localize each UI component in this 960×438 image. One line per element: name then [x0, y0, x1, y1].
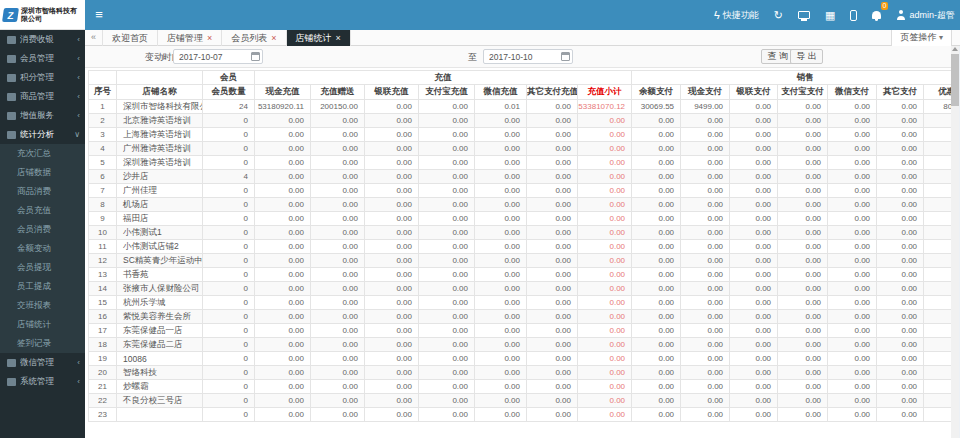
cell-value: 0.00	[778, 170, 828, 184]
stats-icon	[7, 131, 16, 139]
cell-value: 0.00	[632, 324, 681, 338]
cell-value: 0.00	[365, 394, 419, 408]
sidebar-subitem-会员提现[interactable]: 会员提现	[0, 258, 85, 277]
cell-value: 0.00	[730, 310, 778, 324]
table-row: 6沙井店40.000.000.000.000.000.000.000.000.0…	[89, 170, 952, 184]
sidebar-subitem-商品消费[interactable]: 商品消费	[0, 182, 85, 201]
cell-value: 0.00	[419, 338, 475, 352]
refresh-button[interactable]: ↻	[774, 0, 783, 30]
cell-value: 0.00	[730, 338, 778, 352]
cell-value: 0.00	[828, 408, 877, 422]
cell-value: 0.00	[924, 156, 951, 170]
search-button[interactable]: 查 询	[761, 49, 794, 64]
cell-value: 0.00	[311, 296, 365, 310]
calendar-icon[interactable]	[561, 52, 570, 61]
cell-value: 0.00	[419, 254, 475, 268]
sidebar-item-微信管理[interactable]: 微信管理‹	[0, 353, 85, 372]
cell-value: 0.00	[877, 394, 924, 408]
cell-value: 0.00	[578, 240, 632, 254]
tab-label: 会员列表	[231, 30, 267, 46]
sidebar-subitem-金额变动[interactable]: 金额变动	[0, 239, 85, 258]
tab-欢迎首页[interactable]: 欢迎首页	[103, 30, 158, 46]
cell-value: 0.00	[778, 380, 828, 394]
cell-value: 0.00	[365, 128, 419, 142]
cell-index: 5	[89, 156, 117, 170]
cell-value: 0.00	[877, 142, 924, 156]
tab-店铺管理[interactable]: 店铺管理×	[158, 30, 222, 46]
export-button[interactable]: 导 出	[790, 49, 823, 64]
cell-store-name: 广州佳理	[117, 184, 203, 198]
cell-store-name: 小伟测试店铺2	[117, 240, 203, 254]
date-to-input[interactable]	[483, 49, 573, 64]
cell-value: 0.00	[877, 408, 924, 422]
cell-value: 0.00	[365, 254, 419, 268]
cell-value: 0.00	[877, 282, 924, 296]
date-from-input[interactable]	[173, 49, 263, 64]
sidebar-item-积分管理[interactable]: 积分管理‹	[0, 68, 85, 87]
user-menu[interactable]: admin-超管	[896, 0, 955, 30]
sidebar-subitem-店铺数据[interactable]: 店铺数据	[0, 163, 85, 182]
hamburger-icon[interactable]: ≡	[85, 0, 113, 30]
close-icon[interactable]: ×	[336, 30, 341, 46]
cell-value: 0.00	[924, 310, 951, 324]
cell-value: 0.00	[419, 408, 475, 422]
table-row: 20智络科技00.000.000.000.000.000.000.000.000…	[89, 366, 952, 380]
cell-value: 0.00	[632, 380, 681, 394]
quick-functions-button[interactable]: ϟ 快捷功能	[714, 0, 759, 30]
sidebar-item-消费收银[interactable]: 消费收银‹	[0, 30, 85, 49]
cell-value: 0.00	[527, 282, 578, 296]
stats-table-wrap: 会员充值销售序号店铺名称会员数量现金充值充值赠送银联充值支付宝充值微信充值其它支…	[88, 70, 951, 438]
cell-value: 0.00	[527, 198, 578, 212]
cell-value: 0.00	[730, 100, 778, 114]
sidebar-subitem-会员消费[interactable]: 会员消费	[0, 220, 85, 239]
close-icon[interactable]: ×	[207, 30, 212, 46]
table-row: 1深圳市智络科技有限公司2453180920.11200150.000.000.…	[89, 100, 952, 114]
date-to-label: 至	[468, 51, 477, 64]
fullscreen-button[interactable]	[798, 0, 810, 30]
sidebar-item-系统管理[interactable]: 系统管理‹	[0, 372, 85, 391]
cell-value: 0.00	[475, 156, 527, 170]
tab-店铺统计[interactable]: 店铺统计×	[287, 30, 351, 46]
cell-value: 0.00	[730, 212, 778, 226]
cell-value: 0.00	[311, 380, 365, 394]
tab-label: 欢迎首页	[112, 30, 148, 46]
sidebar-subitem-交班报表[interactable]: 交班报表	[0, 296, 85, 315]
sidebar-item-统计分析[interactable]: 统计分析∨	[0, 125, 85, 144]
apps-button[interactable]: ▦	[825, 0, 835, 30]
services-icon	[7, 112, 16, 120]
sidebar-subitem-充次汇总[interactable]: 充次汇总	[0, 144, 85, 163]
cell-value: 0.00	[828, 296, 877, 310]
page-operations-dropdown[interactable]: 页签操作 ▾	[891, 30, 952, 46]
sidebar-subitem-店铺统计[interactable]: 店铺统计	[0, 315, 85, 334]
sidebar-item-商品管理[interactable]: 商品管理‹	[0, 87, 85, 106]
column-group-blank	[89, 71, 117, 85]
cell-member-count: 0	[203, 184, 255, 198]
cell-value: 0.00	[632, 282, 681, 296]
mobile-button[interactable]	[850, 0, 857, 30]
calendar-icon[interactable]	[251, 52, 260, 61]
sidebar-item-增值服务[interactable]: 增值服务‹	[0, 106, 85, 125]
table-row: 2北京雅诗英语培训00.000.000.000.000.000.000.000.…	[89, 114, 952, 128]
sidebar-subitem-签到记录[interactable]: 签到记录	[0, 334, 85, 353]
cell-value: 0.00	[255, 184, 311, 198]
sidebar-item-会员管理[interactable]: 会员管理‹	[0, 49, 85, 68]
tab-会员列表[interactable]: 会员列表×	[222, 30, 286, 46]
close-icon[interactable]: ×	[271, 30, 276, 46]
scroll-up-icon[interactable]	[952, 47, 958, 51]
cell-value: 0.00	[681, 128, 730, 142]
sidebar-subitem-会员充值[interactable]: 会员充值	[0, 201, 85, 220]
app-logo[interactable]: Z 深圳市智络科技有限公司	[0, 0, 85, 30]
cash-register-icon	[7, 36, 16, 44]
cell-store-name: SC精英青少年运动中心	[117, 254, 203, 268]
cell-value: 0.00	[877, 310, 924, 324]
cell-value: 0.00	[475, 296, 527, 310]
vertical-scrollbar[interactable]	[951, 46, 959, 438]
tab-scroll-left-icon[interactable]: «	[85, 30, 103, 46]
sidebar-subitem-员工提成[interactable]: 员工提成	[0, 277, 85, 296]
scrollbar-thumb[interactable]	[951, 54, 959, 106]
points-icon	[7, 74, 16, 82]
cell-value: 0.00	[730, 254, 778, 268]
cell-member-count: 0	[203, 394, 255, 408]
notifications-button[interactable]: 0	[872, 0, 881, 30]
cell-index: 1	[89, 100, 117, 114]
